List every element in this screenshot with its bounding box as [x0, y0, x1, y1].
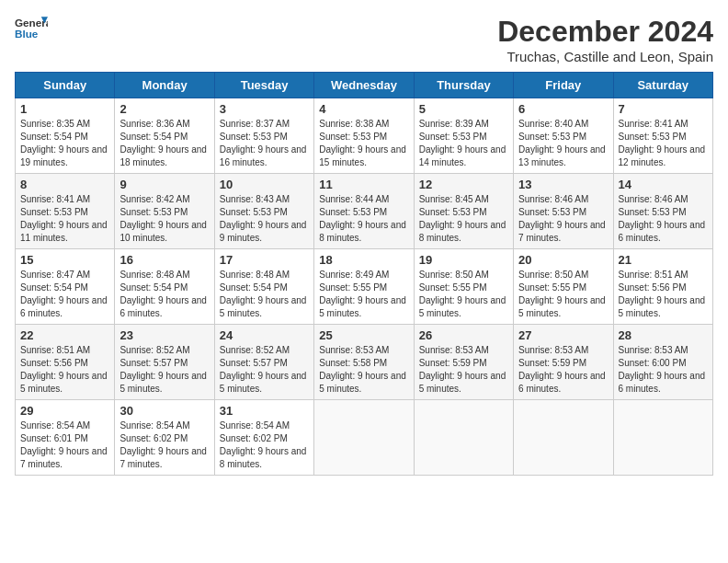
daylight: Daylight: 9 hours and 7 minutes.	[518, 220, 606, 243]
day-info: Sunrise: 8:51 AM Sunset: 5:56 PM Dayligh…	[20, 344, 109, 396]
sunrise: Sunrise: 8:40 AM	[518, 119, 588, 129]
day-info: Sunrise: 8:53 AM Sunset: 5:59 PM Dayligh…	[419, 344, 508, 396]
daylight: Daylight: 9 hours and 5 minutes.	[319, 295, 406, 318]
daylight: Daylight: 9 hours and 5 minutes.	[220, 371, 307, 394]
sunrise: Sunrise: 8:46 AM	[619, 194, 688, 204]
sunrise: Sunrise: 8:47 AM	[20, 270, 90, 280]
sunset: Sunset: 5:56 PM	[619, 282, 687, 293]
sunset: Sunset: 5:53 PM	[518, 132, 586, 142]
calendar-cell: 22 Sunrise: 8:51 AM Sunset: 5:56 PM Dayl…	[16, 325, 115, 400]
sunrise: Sunrise: 8:41 AM	[619, 119, 688, 129]
day-info: Sunrise: 8:53 AM Sunset: 5:58 PM Dayligh…	[319, 344, 408, 396]
calendar-table: SundayMondayTuesdayWednesdayThursdayFrid…	[15, 72, 713, 476]
weekday-header-monday: Monday	[115, 73, 214, 98]
calendar-cell: 7 Sunrise: 8:41 AM Sunset: 5:53 PM Dayli…	[613, 98, 712, 174]
day-number: 7	[619, 102, 708, 116]
calendar-cell: 21 Sunrise: 8:51 AM Sunset: 5:56 PM Dayl…	[613, 249, 712, 325]
daylight: Daylight: 9 hours and 5 minutes.	[518, 295, 606, 318]
sunset: Sunset: 6:02 PM	[220, 433, 288, 443]
daylight: Daylight: 9 hours and 5 minutes.	[119, 371, 207, 394]
weekday-header-friday: Friday	[514, 73, 613, 98]
day-info: Sunrise: 8:44 AM Sunset: 5:53 PM Dayligh…	[319, 193, 408, 245]
daylight: Daylight: 9 hours and 19 minutes.	[20, 144, 108, 167]
daylight: Daylight: 9 hours and 10 minutes.	[119, 220, 207, 243]
calendar-cell: 5 Sunrise: 8:39 AM Sunset: 5:53 PM Dayli…	[414, 98, 513, 174]
daylight: Daylight: 9 hours and 5 minutes.	[619, 295, 706, 318]
sunrise: Sunrise: 8:42 AM	[119, 194, 189, 204]
calendar-cell: 12 Sunrise: 8:45 AM Sunset: 5:53 PM Dayl…	[414, 174, 513, 249]
calendar-cell: 29 Sunrise: 8:54 AM Sunset: 6:01 PM Dayl…	[16, 400, 115, 476]
day-info: Sunrise: 8:45 AM Sunset: 5:53 PM Dayligh…	[419, 193, 508, 245]
calendar-cell: 8 Sunrise: 8:41 AM Sunset: 5:53 PM Dayli…	[16, 174, 115, 249]
day-number: 10	[220, 178, 309, 191]
sunset: Sunset: 5:53 PM	[619, 207, 687, 217]
sunset: Sunset: 5:55 PM	[518, 282, 586, 293]
sunset: Sunset: 5:53 PM	[220, 207, 288, 217]
sunrise: Sunrise: 8:53 AM	[419, 345, 489, 355]
sunrise: Sunrise: 8:38 AM	[319, 119, 389, 129]
sunset: Sunset: 5:54 PM	[20, 282, 88, 293]
sunset: Sunset: 5:54 PM	[119, 282, 188, 293]
calendar-cell: 20 Sunrise: 8:50 AM Sunset: 5:55 PM Dayl…	[514, 249, 613, 325]
sunset: Sunset: 6:01 PM	[20, 433, 88, 443]
day-number: 3	[220, 102, 309, 116]
sunrise: Sunrise: 8:49 AM	[319, 270, 389, 280]
day-info: Sunrise: 8:54 AM Sunset: 6:02 PM Dayligh…	[119, 419, 209, 471]
day-number: 17	[220, 253, 309, 267]
calendar-cell: 2 Sunrise: 8:36 AM Sunset: 5:54 PM Dayli…	[115, 98, 214, 174]
day-number: 5	[419, 102, 508, 116]
sunset: Sunset: 5:55 PM	[319, 282, 387, 293]
sunset: Sunset: 5:57 PM	[119, 358, 188, 368]
daylight: Daylight: 9 hours and 8 minutes.	[220, 446, 307, 469]
day-info: Sunrise: 8:39 AM Sunset: 5:53 PM Dayligh…	[419, 118, 508, 169]
day-number: 19	[419, 253, 508, 267]
sunset: Sunset: 5:53 PM	[419, 132, 487, 142]
day-number: 12	[419, 178, 508, 191]
sunset: Sunset: 5:53 PM	[619, 132, 687, 142]
day-info: Sunrise: 8:47 AM Sunset: 5:54 PM Dayligh…	[20, 269, 109, 320]
sunset: Sunset: 6:00 PM	[619, 358, 687, 368]
sunset: Sunset: 5:53 PM	[20, 207, 88, 217]
calendar-cell: 18 Sunrise: 8:49 AM Sunset: 5:55 PM Dayl…	[314, 249, 414, 325]
sunrise: Sunrise: 8:48 AM	[119, 270, 189, 280]
day-number: 2	[119, 102, 209, 116]
day-number: 29	[20, 404, 109, 418]
calendar-cell: 26 Sunrise: 8:53 AM Sunset: 5:59 PM Dayl…	[414, 325, 513, 400]
calendar-cell: 31 Sunrise: 8:54 AM Sunset: 6:02 PM Dayl…	[214, 400, 313, 476]
sunrise: Sunrise: 8:39 AM	[419, 119, 489, 129]
day-number: 13	[518, 178, 608, 191]
sunset: Sunset: 5:53 PM	[319, 132, 387, 142]
day-number: 22	[20, 328, 109, 342]
day-info: Sunrise: 8:48 AM Sunset: 5:54 PM Dayligh…	[119, 269, 209, 320]
sunrise: Sunrise: 8:53 AM	[319, 345, 389, 355]
day-info: Sunrise: 8:42 AM Sunset: 5:53 PM Dayligh…	[119, 193, 209, 245]
calendar-cell: 10 Sunrise: 8:43 AM Sunset: 5:53 PM Dayl…	[214, 174, 313, 249]
sunset: Sunset: 5:53 PM	[220, 132, 288, 142]
sunrise: Sunrise: 8:52 AM	[220, 345, 290, 355]
sunset: Sunset: 6:02 PM	[119, 433, 188, 443]
day-number: 16	[119, 253, 209, 267]
calendar-cell: 24 Sunrise: 8:52 AM Sunset: 5:57 PM Dayl…	[214, 325, 313, 400]
sunset: Sunset: 5:56 PM	[20, 358, 88, 368]
day-info: Sunrise: 8:35 AM Sunset: 5:54 PM Dayligh…	[20, 118, 109, 169]
svg-text:Blue: Blue	[15, 28, 39, 40]
day-info: Sunrise: 8:50 AM Sunset: 5:55 PM Dayligh…	[518, 269, 608, 320]
week-row-4: 22 Sunrise: 8:51 AM Sunset: 5:56 PM Dayl…	[16, 325, 713, 400]
sunset: Sunset: 5:59 PM	[419, 358, 487, 368]
calendar-cell: 30 Sunrise: 8:54 AM Sunset: 6:02 PM Dayl…	[115, 400, 214, 476]
sunrise: Sunrise: 8:36 AM	[119, 119, 189, 129]
calendar-cell: 9 Sunrise: 8:42 AM Sunset: 5:53 PM Dayli…	[115, 174, 214, 249]
week-row-5: 29 Sunrise: 8:54 AM Sunset: 6:01 PM Dayl…	[16, 400, 713, 476]
daylight: Daylight: 9 hours and 8 minutes.	[319, 220, 406, 243]
day-info: Sunrise: 8:41 AM Sunset: 5:53 PM Dayligh…	[619, 118, 708, 169]
day-info: Sunrise: 8:54 AM Sunset: 6:01 PM Dayligh…	[20, 419, 109, 471]
sunset: Sunset: 5:53 PM	[518, 207, 586, 217]
calendar-cell: 25 Sunrise: 8:53 AM Sunset: 5:58 PM Dayl…	[314, 325, 414, 400]
sunrise: Sunrise: 8:51 AM	[20, 345, 90, 355]
sunrise: Sunrise: 8:50 AM	[419, 270, 489, 280]
calendar-cell: 11 Sunrise: 8:44 AM Sunset: 5:53 PM Dayl…	[314, 174, 414, 249]
day-number: 6	[518, 102, 608, 116]
sunset: Sunset: 5:58 PM	[319, 358, 387, 368]
sunset: Sunset: 5:59 PM	[518, 358, 586, 368]
day-number: 14	[619, 178, 708, 191]
